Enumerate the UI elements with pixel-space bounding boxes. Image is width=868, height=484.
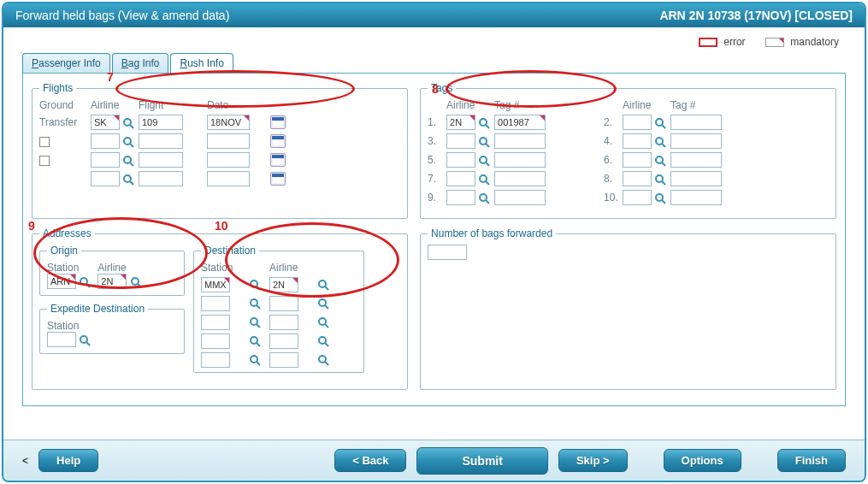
tab-content: Flights Ground Airline Flight Date Trans… [22,73,846,406]
ground-checkbox-3[interactable] [39,156,50,166]
lookup-icon[interactable] [317,354,329,366]
lookup-icon[interactable] [249,298,261,310]
tag-number-2[interactable] [670,115,722,130]
lookup-icon[interactable] [654,192,666,204]
svg-point-46 [251,337,257,344]
options-button[interactable]: Options [664,449,741,472]
tag-airline-8[interactable] [623,171,652,186]
svg-point-36 [319,280,326,287]
submit-button[interactable]: Submit [416,447,547,475]
tag-airline-7[interactable] [446,171,475,186]
lookup-icon[interactable] [317,335,329,347]
dest-airline-4[interactable] [269,333,298,349]
lookup-icon[interactable] [478,117,490,129]
lookup-icon[interactable] [317,316,329,328]
svg-line-43 [257,324,260,328]
tag-rownum: 7. [428,173,446,185]
dest-station-2[interactable] [201,296,230,311]
tag-airline-6[interactable] [623,152,652,168]
tab-bag-info[interactable]: Bag Info [112,53,169,73]
lookup-icon[interactable] [478,192,490,204]
numbags-input[interactable] [428,245,467,260]
tag-airline-2[interactable] [623,115,652,130]
flight-number-2[interactable] [139,133,183,149]
lookup-icon[interactable] [478,136,490,148]
calendar-icon[interactable] [270,153,286,167]
tag-airline-3[interactable] [446,133,475,149]
lookup-icon[interactable] [79,334,91,346]
flight-date-1[interactable] [207,115,250,130]
lookup-icon[interactable] [654,136,666,148]
tag-number-4[interactable] [670,133,722,149]
calendar-icon[interactable] [270,134,286,148]
calendar-icon[interactable] [270,172,286,186]
lookup-icon[interactable] [79,276,91,288]
origin-station[interactable] [47,274,76,289]
tag-airline-9[interactable] [446,190,475,205]
back-button[interactable]: < Back [334,449,406,472]
lookup-icon[interactable] [122,174,134,186]
tabs: Passenger Info Bag Info Rush Info [22,53,846,73]
dest-airline-5[interactable] [269,352,298,368]
help-button[interactable]: Help [38,449,98,472]
tag-number-3[interactable] [494,133,546,149]
dest-airline-3[interactable] [269,315,298,330]
lookup-icon[interactable] [478,174,490,186]
flight-airline-1[interactable] [91,115,120,130]
tab-rush-info[interactable]: Rush Info [170,53,233,73]
dest-airline-1[interactable] [269,277,298,292]
svg-line-3 [130,144,133,147]
flight-number-1[interactable] [139,115,183,130]
lookup-icon[interactable] [122,136,134,148]
flight-number-4[interactable] [139,171,183,186]
dest-station-1[interactable] [201,277,230,292]
tag-number-1[interactable] [494,115,546,130]
svg-point-38 [251,299,257,306]
lookup-icon[interactable] [478,155,490,167]
finish-button[interactable]: Finish [777,449,846,472]
lookup-icon[interactable] [654,155,666,167]
tag-airline-10[interactable] [623,190,652,205]
legend-row: error mandatory [3,27,865,53]
tab-passenger-info[interactable]: Passenger Info [22,53,110,73]
svg-point-24 [480,194,487,201]
lookup-icon[interactable] [249,335,261,347]
ground-checkbox-2[interactable] [39,137,50,147]
lookup-icon[interactable] [654,174,666,186]
tag-airline-5[interactable] [446,152,475,168]
lookup-icon[interactable] [249,279,261,291]
tag-number-8[interactable] [670,171,722,186]
dest-station-4[interactable] [201,333,230,349]
tag-airline-1[interactable] [446,115,475,130]
dest-station-3[interactable] [201,315,230,330]
lookup-icon[interactable] [249,316,261,328]
skip-button[interactable]: Skip > [558,449,628,472]
flight-date-4[interactable] [207,171,250,186]
expedite-station[interactable] [47,332,76,347]
destination-legend: Destination [201,245,259,257]
tag-number-6[interactable] [670,152,722,168]
tag-number-7[interactable] [494,171,546,186]
lookup-icon[interactable] [122,117,134,129]
lookup-icon[interactable] [122,155,134,167]
calendar-icon[interactable] [270,115,286,129]
svg-point-14 [656,138,663,145]
lookup-icon[interactable] [249,354,261,366]
flight-number-3[interactable] [139,152,183,168]
lookup-icon[interactable] [317,298,329,310]
lookup-icon[interactable] [654,117,666,129]
tag-number-5[interactable] [494,152,546,168]
flight-airline-4[interactable] [91,171,120,186]
flight-airline-3[interactable] [91,152,120,168]
tag-number-9[interactable] [494,190,546,205]
lookup-icon[interactable] [317,279,329,291]
flight-airline-2[interactable] [91,133,120,149]
origin-airline[interactable] [97,274,127,289]
tag-number-10[interactable] [670,190,722,205]
tag-airline-4[interactable] [623,133,652,149]
flight-date-2[interactable] [207,133,250,149]
dest-airline-2[interactable] [269,296,298,311]
dest-station-5[interactable] [201,352,230,368]
lookup-icon[interactable] [130,276,142,288]
flight-date-3[interactable] [207,152,250,168]
